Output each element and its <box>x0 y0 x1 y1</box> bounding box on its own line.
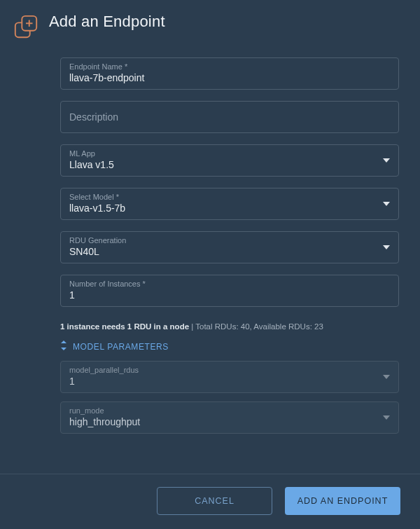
endpoint-name-field[interactable]: Endpoint Name * llava-7b-endpoint <box>60 57 399 90</box>
svg-marker-6 <box>383 245 390 249</box>
rdu-generation-value: SN40L <box>69 246 374 257</box>
cancel-button-label: CANCEL <box>195 496 234 506</box>
rdu-generation-label: RDU Generation <box>69 236 374 245</box>
chevron-down-icon <box>383 202 390 206</box>
dialog-title: Add an Endpoint <box>49 13 165 31</box>
select-model-label: Select Model * <box>69 193 374 201</box>
model-parameters-label: MODEL PARAMETERS <box>73 342 169 352</box>
svg-marker-8 <box>61 348 66 350</box>
add-endpoint-icon <box>13 14 39 41</box>
expand-collapse-icon <box>60 341 67 352</box>
add-endpoint-button[interactable]: ADD AN ENDPOINT <box>285 487 400 515</box>
model-parallel-rdus-value: 1 <box>69 376 390 387</box>
dialog-header: Add an Endpoint <box>0 0 420 46</box>
select-model-select[interactable]: Select Model * llava-v1.5-7b <box>60 188 399 220</box>
chevron-down-icon <box>383 158 390 163</box>
description-placeholder: Description <box>69 111 390 123</box>
ml-app-label: ML App <box>69 149 374 158</box>
ml-app-select[interactable]: ML App Llava v1.5 <box>60 144 399 177</box>
description-field[interactable]: Description <box>60 101 399 133</box>
dialog-footer: CANCEL ADD AN ENDPOINT <box>0 474 420 529</box>
endpoint-name-value: llava-7b-endpoint <box>69 72 390 83</box>
chevron-down-icon <box>383 375 390 379</box>
cancel-button[interactable]: CANCEL <box>157 487 272 515</box>
model-parallel-rdus-label: model_parallel_rdus <box>69 366 390 374</box>
add-endpoint-button-label: ADD AN ENDPOINT <box>298 496 388 506</box>
chevron-down-icon <box>383 245 390 249</box>
select-model-value: llava-v1.5-7b <box>69 202 374 214</box>
run-mode-select[interactable]: run_mode high_throughput <box>60 401 399 434</box>
chevron-down-icon <box>383 415 390 420</box>
model-parameters-toggle[interactable]: MODEL PARAMETERS <box>60 341 399 352</box>
form-area: Endpoint Name * llava-7b-endpoint Descri… <box>0 46 420 474</box>
endpoint-name-label: Endpoint Name * <box>69 62 390 71</box>
rdu-info-rest: | Total RDUs: 40, Available RDUs: 23 <box>189 322 323 331</box>
rdu-generation-select[interactable]: RDU Generation SN40L <box>60 231 399 263</box>
svg-marker-9 <box>383 375 390 379</box>
run-mode-label: run_mode <box>69 406 390 415</box>
ml-app-value: Llava v1.5 <box>69 159 374 170</box>
num-instances-field[interactable]: Number of Instances * 1 <box>60 275 399 307</box>
run-mode-value: high_throughput <box>69 416 390 427</box>
model-parallel-rdus-select[interactable]: model_parallel_rdus 1 <box>60 361 399 393</box>
rdu-info-bold: 1 instance needs 1 RDU in a node <box>60 322 189 331</box>
num-instances-value: 1 <box>69 289 390 301</box>
svg-marker-10 <box>383 415 390 420</box>
svg-marker-5 <box>383 202 390 206</box>
svg-marker-4 <box>383 158 390 163</box>
num-instances-label: Number of Instances * <box>69 280 390 288</box>
rdu-info-line: 1 instance needs 1 RDU in a node | Total… <box>60 321 399 332</box>
svg-marker-7 <box>61 341 66 343</box>
